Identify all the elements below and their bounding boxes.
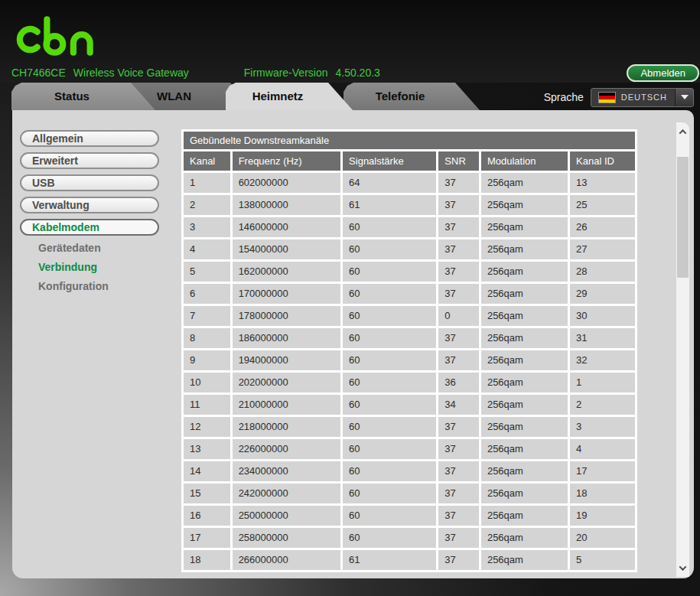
table-cell: 13: [184, 439, 230, 459]
top-header: CH7466CEWireless Voice GatewayFirmware-V…: [0, 0, 700, 83]
table-cell: 256qam: [481, 550, 568, 570]
table-cell: 256qam: [481, 484, 568, 503]
table-cell: 60: [343, 484, 436, 503]
table-row: 91940000006037256qam32: [184, 350, 635, 370]
table-cell: 10: [184, 373, 230, 392]
column-header: Kanal: [184, 151, 230, 171]
cbn-logo: [12, 12, 103, 60]
content-panel: Allgemein Erweitert USB Verwaltung Kabel…: [12, 110, 694, 578]
table-cell: 256qam: [481, 284, 568, 304]
firmware-version: 4.50.20.3: [335, 67, 379, 79]
table-cell: 20: [570, 528, 635, 548]
logo-letter-c: [20, 29, 37, 50]
sidebar-item-usb[interactable]: USB: [20, 174, 159, 191]
table-cell: 256qam: [481, 528, 568, 548]
table-row: 142340000006037256qam17: [184, 461, 635, 481]
table-cell: 60: [343, 217, 436, 237]
table-cell: 256qam: [481, 461, 568, 481]
table-cell: 37: [438, 506, 479, 526]
language-dropdown-button[interactable]: [675, 89, 693, 106]
table-row: 81860000006037256qam31: [184, 328, 635, 348]
tab-telefonie[interactable]: Telefonie: [343, 83, 480, 110]
chevron-down-icon: [679, 563, 687, 571]
table-cell: 61: [343, 195, 436, 215]
table-cell: 30: [570, 306, 635, 326]
table-cell: 4: [184, 239, 230, 259]
table-cell: 0: [438, 306, 479, 326]
table-cell: 29: [570, 284, 635, 304]
sidebar-item-allgemein[interactable]: Allgemein: [20, 130, 159, 147]
table-cell: 37: [438, 550, 479, 570]
sidebar: Allgemein Erweitert USB Verwaltung Kabel…: [20, 130, 173, 300]
logout-button[interactable]: Abmelden: [627, 64, 699, 82]
sidebar-subitem-gerätedaten[interactable]: Gerätedaten: [20, 243, 173, 254]
table-row: 102020000006036256qam1: [184, 373, 635, 392]
table-cell: 1: [570, 373, 635, 392]
table-cell: 162000000: [233, 262, 340, 282]
table-cell: 60: [343, 439, 436, 459]
scroll-down-button[interactable]: [676, 560, 689, 575]
table-cell: 256qam: [481, 506, 568, 526]
scrollbar-thumb[interactable]: [677, 157, 689, 278]
logo-letter-b-bowl: [46, 36, 63, 53]
firmware-label: Firmware-Version: [244, 67, 328, 79]
sidebar-item-verwaltung[interactable]: Verwaltung: [20, 197, 159, 213]
table-cell: 25: [570, 195, 635, 215]
gateway-admin-page: CH7466CEWireless Voice GatewayFirmware-V…: [0, 0, 700, 596]
table-cell: 242000000: [233, 484, 340, 503]
table-cell: 19: [570, 506, 635, 526]
tab-heimnetz[interactable]: Heimnetz: [226, 83, 353, 110]
table-row: 16020000006437256qam13: [184, 173, 635, 193]
vertical-scrollbar[interactable]: [676, 122, 689, 577]
table-row: 152420000006037256qam18: [184, 484, 635, 503]
sidebar-subitem-verbindung[interactable]: Verbindung: [20, 262, 173, 273]
column-header: Signalstärke: [343, 151, 436, 171]
model-name: Wireless Voice Gateway: [73, 67, 189, 79]
table-cell: 8: [184, 328, 230, 348]
sidebar-subitems: Gerätedaten Verbindung Konfiguration: [20, 243, 173, 292]
tab-label: Heimnetz: [226, 83, 353, 110]
table-cell: 11: [184, 395, 230, 415]
table-cell: 256qam: [481, 262, 568, 282]
sidebar-subitem-konfiguration[interactable]: Konfiguration: [20, 281, 173, 292]
language-selected[interactable]: DEUTSCH: [591, 89, 675, 106]
table-cell: 36: [438, 373, 479, 392]
table-row: 21380000006137256qam25: [184, 195, 635, 215]
table-cell: 14: [184, 461, 230, 481]
language-control: Sprache DEUTSCH: [544, 87, 694, 107]
table-row: 31460000006037256qam26: [184, 217, 635, 237]
tab-status[interactable]: Status: [11, 83, 155, 110]
model-id: CH7466CE: [11, 67, 66, 79]
model-line: CH7466CEWireless Voice GatewayFirmware-V…: [11, 67, 380, 79]
column-header: SNR: [438, 151, 479, 171]
table-cell: 3: [184, 217, 230, 237]
table-cell: 60: [343, 528, 436, 548]
table-cell: 60: [343, 306, 436, 326]
table-cell: 12: [184, 417, 230, 437]
scroll-up-button[interactable]: [676, 124, 689, 139]
column-header: Kanal ID: [570, 151, 635, 171]
table-cell: 2: [184, 195, 230, 215]
table-cell: 60: [343, 284, 436, 304]
table-cell: 37: [438, 417, 479, 437]
table-cell: 256qam: [481, 350, 568, 370]
table-row: 7178000000600256qam30: [184, 306, 635, 326]
sidebar-item-erweitert[interactable]: Erweitert: [20, 152, 159, 169]
table-cell: 32: [570, 350, 635, 370]
table-cell: 256qam: [481, 417, 568, 437]
table-cell: 37: [438, 284, 479, 304]
table-cell: 602000000: [233, 173, 340, 193]
table-cell: 210000000: [233, 395, 340, 415]
table-cell: 186000000: [233, 328, 340, 348]
column-header: Frequenz (Hz): [233, 151, 340, 171]
table-cell: 226000000: [233, 439, 340, 459]
sidebar-item-kabelmodem[interactable]: Kabelmodem: [20, 219, 159, 236]
table-cell: 34: [438, 395, 479, 415]
table-cell: 7: [184, 306, 230, 326]
language-select[interactable]: DEUTSCH: [591, 88, 694, 107]
table-cell: 2: [570, 395, 635, 415]
table-cell: 234000000: [233, 461, 340, 481]
table-cell: 6: [184, 284, 230, 304]
chevron-up-icon: [679, 129, 687, 136]
table-cell: 170000000: [233, 284, 340, 304]
